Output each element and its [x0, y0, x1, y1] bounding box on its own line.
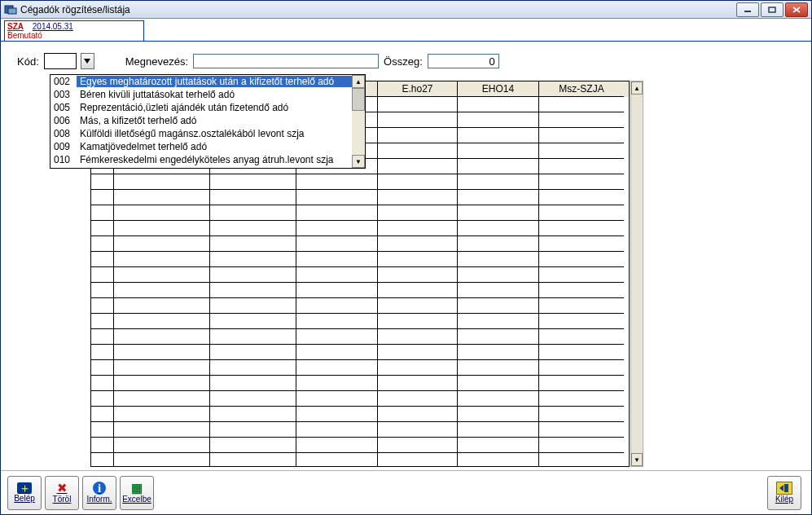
table-row[interactable]: [91, 453, 629, 467]
dropdown-item[interactable]: 006Más, a kifizetőt terhelő adó: [50, 114, 365, 127]
table-row[interactable]: [91, 376, 629, 391]
grid-cell: [378, 314, 458, 329]
maximize-button[interactable]: [761, 2, 783, 17]
table-row[interactable]: [91, 190, 629, 205]
grid-cell: [91, 345, 114, 360]
belep-button[interactable]: ＋ Belép: [7, 476, 42, 510]
grid-cell: [296, 267, 378, 283]
dropdown-item-label: Külföldi illetőségű magánsz.osztalékából…: [77, 128, 352, 139]
kilep-button[interactable]: Kilép: [767, 476, 801, 510]
table-row[interactable]: [91, 329, 629, 345]
grid-cell: [91, 236, 114, 252]
kod-input[interactable]: [44, 53, 77, 69]
grid-cell: [91, 314, 114, 329]
grid-cell: [378, 422, 458, 438]
grid-cell: [539, 190, 624, 205]
grid-cell: [91, 190, 114, 205]
close-button[interactable]: [785, 2, 808, 17]
grid-cell: [210, 221, 296, 236]
scroll-down-icon[interactable]: ▼: [631, 453, 643, 466]
table-row[interactable]: [91, 391, 629, 407]
grid-cell: [458, 438, 539, 453]
grid-cell: [458, 143, 539, 159]
table-row[interactable]: [91, 283, 629, 298]
grid-cell: [458, 128, 539, 143]
table-row[interactable]: [91, 267, 629, 283]
excelbe-button[interactable]: ▦ Excelbe: [120, 476, 154, 510]
grid-cell: [114, 453, 210, 467]
dropdown-item[interactable]: 009Kamatjövedelmet terhelő adó: [50, 140, 365, 153]
table-row[interactable]: [91, 438, 629, 453]
grid-cell: [210, 252, 296, 267]
grid-cell: [114, 298, 210, 314]
belep-label: Belép: [14, 494, 35, 503]
grid-cell: [458, 112, 539, 128]
dropdown-item-code: 010: [50, 154, 77, 165]
grid-cell: [91, 298, 114, 314]
grid-cell: [296, 236, 378, 252]
dropdown-item[interactable]: 003Béren kivüli juttatásokat terhelő adó: [50, 88, 365, 101]
sza-date: 2014.05.31: [33, 22, 73, 31]
minimize-button[interactable]: [736, 2, 759, 17]
grid-cell: [539, 298, 624, 314]
dropdown-item[interactable]: 002Egyes meghatározott juttatások után a…: [50, 75, 365, 88]
grid-cell: [539, 422, 624, 438]
grid-cell: [539, 128, 624, 143]
grid-scrollbar[interactable]: ▲ ▼: [630, 81, 643, 467]
grid-cell: [539, 159, 624, 174]
table-row[interactable]: [91, 422, 629, 438]
grid-cell: [114, 221, 210, 236]
grid-header-cell: EHO14: [458, 81, 539, 97]
grid-cell: [458, 329, 539, 345]
table-row[interactable]: [91, 314, 629, 329]
grid-cell: [114, 438, 210, 453]
grid-cell: [114, 314, 210, 329]
kod-dropdown-button[interactable]: [81, 53, 94, 69]
megnevezes-input[interactable]: [193, 54, 379, 68]
table-row[interactable]: [91, 360, 629, 376]
scroll-thumb[interactable]: [352, 88, 365, 111]
table-row[interactable]: [91, 345, 629, 360]
grid-cell: [539, 407, 624, 422]
window-title: Cégadók rögzítése/listája: [20, 4, 736, 15]
grid-cell: [378, 329, 458, 345]
dropdown-item[interactable]: 008Külföldi illetőségű magánsz.osztaléká…: [50, 127, 365, 140]
grid-cell: [458, 205, 539, 221]
torol-button[interactable]: ✖ Töröl: [45, 476, 79, 510]
grid-cell: [114, 360, 210, 376]
svg-rect-2: [744, 11, 751, 12]
grid-cell: [458, 174, 539, 190]
scroll-down-icon[interactable]: ▼: [352, 155, 365, 168]
grid-cell: [539, 314, 624, 329]
grid-cell: [296, 298, 378, 314]
dropdown-scrollbar[interactable]: ▲ ▼: [352, 75, 365, 168]
grid-cell: [378, 438, 458, 453]
table-row[interactable]: [91, 407, 629, 422]
table-row[interactable]: [91, 205, 629, 221]
inform-button[interactable]: i Inform.: [82, 476, 116, 510]
excel-icon: ▦: [131, 482, 143, 495]
dropdown-item[interactable]: 005Reprezentáció,üzleti ajándék után fiz…: [50, 101, 365, 114]
table-row[interactable]: [91, 236, 629, 252]
scroll-up-icon[interactable]: ▲: [352, 75, 365, 88]
table-row[interactable]: [91, 252, 629, 267]
grid-cell: [210, 345, 296, 360]
grid-cell: [539, 174, 624, 190]
grid-cell: [91, 391, 114, 407]
sza-box: SZA 2014.05.31 Bemutató: [4, 20, 144, 42]
grid-cell: [458, 453, 539, 467]
grid-cell: [114, 267, 210, 283]
table-row[interactable]: [91, 298, 629, 314]
grid-cell: [296, 345, 378, 360]
kod-dropdown-list[interactable]: 002Egyes meghatározott juttatások után a…: [50, 74, 366, 169]
dropdown-item[interactable]: 010Fémkereskedelmi engedélyköteles anyag…: [50, 153, 365, 166]
grid-cell: [91, 438, 114, 453]
osszeg-input[interactable]: [428, 54, 499, 68]
table-row[interactable]: [91, 221, 629, 236]
grid-cell: [296, 438, 378, 453]
sza-label: SZA: [7, 22, 24, 31]
grid-cell: [458, 252, 539, 267]
scroll-up-icon[interactable]: ▲: [631, 81, 643, 95]
grid-cell: [91, 267, 114, 283]
table-row[interactable]: [91, 174, 629, 190]
